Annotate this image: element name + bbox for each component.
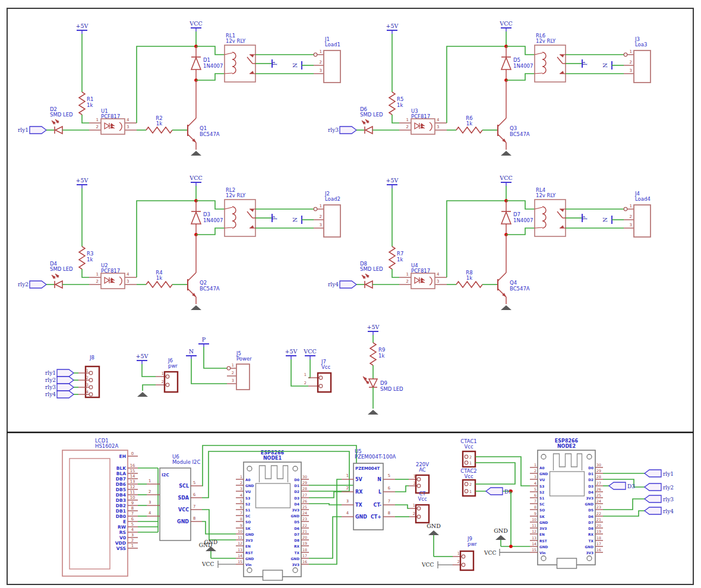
pad	[417, 478, 421, 481]
pin-number: 12	[130, 485, 135, 489]
pin-number: 7	[193, 504, 195, 509]
pin-number: 24	[302, 511, 307, 515]
pin-number: 2	[630, 60, 632, 65]
ac-ct-connectors: 12220VAC12CTVcc	[395, 461, 429, 523]
pin-number: 5	[388, 473, 390, 478]
pin-number: 4	[86, 390, 89, 394]
pin-number: 4	[346, 511, 349, 516]
pin-number: 3	[630, 223, 632, 227]
pin-name: RST	[539, 539, 547, 543]
pin-name: SK	[245, 527, 251, 530]
pin-name: RS	[119, 530, 126, 535]
gnd-label: GND	[427, 523, 441, 529]
pin-number: 2	[96, 279, 99, 284]
diode-ref: D1	[203, 57, 210, 63]
pin-number: 1	[413, 474, 416, 479]
resistor-ref: R1	[87, 96, 93, 102]
pin-name: SK	[539, 515, 545, 519]
diode-value: 1N4007	[203, 63, 223, 69]
pin-number: 10	[130, 495, 135, 500]
pin-name: GND	[291, 557, 300, 561]
connector-j6: +5V12J6pwr	[136, 353, 178, 397]
opto-transistor-icon	[430, 277, 432, 285]
pin-name: GND	[539, 472, 548, 476]
esp8266-node1: ESP8266NODE11A030D02GND29D13VU28D24S327D…	[236, 450, 309, 580]
pin-number: 1	[149, 479, 151, 483]
wire	[392, 115, 399, 123]
wire	[475, 463, 515, 484]
supply-label: VCC	[189, 20, 202, 27]
wire	[143, 385, 156, 391]
supply-label: P	[202, 336, 206, 343]
net-tag-label: rly3	[45, 384, 56, 390]
pad	[624, 53, 627, 56]
pin-name: S2	[539, 491, 544, 494]
wire	[603, 511, 645, 516]
pin-number: 29	[596, 469, 601, 473]
net-tag-icon	[645, 495, 661, 502]
connector-value: AC	[419, 467, 426, 473]
wire	[204, 347, 227, 368]
pin-name: DB1	[116, 508, 126, 514]
net-tag-icon	[57, 377, 74, 384]
connector-value: pwr	[168, 363, 178, 369]
pin-number: 24	[596, 499, 601, 503]
pin-name: VSS	[116, 546, 126, 551]
pin-number: 23	[596, 505, 601, 509]
pin-number: 25	[302, 505, 307, 509]
pin-name: GND	[585, 502, 594, 506]
pin-name: GND	[291, 514, 300, 518]
pin-number: 28	[596, 475, 601, 479]
transistor-value: BC547A	[200, 131, 220, 137]
supply-label: P	[271, 61, 278, 65]
pin-name: TX	[295, 551, 300, 555]
pad	[462, 555, 465, 558]
pin	[557, 211, 563, 218]
pin-name: D2	[294, 490, 299, 494]
module-value: PZEM004T-100A	[355, 454, 396, 460]
pin-name: EN	[245, 545, 251, 548]
pin-name: DB7	[116, 476, 126, 482]
pin-name: 3V3	[292, 563, 299, 567]
pin-number: 4	[240, 493, 242, 497]
pin-name: VDD	[115, 540, 126, 546]
net-tag-label: rly2	[18, 282, 29, 287]
pin	[225, 53, 232, 55]
resistor-value: 1k	[156, 275, 162, 281]
pin-name: S3	[539, 485, 544, 488]
diode-ref: D5	[513, 57, 520, 63]
pin-name: V0	[119, 535, 126, 540]
pin-name: BLA	[116, 471, 126, 476]
pin-number: 1	[406, 118, 409, 122]
pin-number: 6	[193, 492, 195, 497]
diode-value: 1N4007	[513, 63, 533, 69]
supply-label: +5V	[136, 353, 149, 359]
pin-number: 11	[532, 523, 536, 527]
connector-j7: +5VVCC12J7Vcc	[285, 348, 331, 392]
net-tag-label: rly3	[328, 127, 339, 133]
pin-name: D2	[588, 478, 593, 482]
module-outline	[160, 468, 191, 540]
diode-icon	[191, 58, 201, 69]
transistor-value: BC547A	[510, 286, 530, 292]
connector-value: Vcc	[418, 496, 427, 502]
connector-value: Vcc	[464, 444, 473, 450]
pin-number: 12	[238, 541, 242, 545]
j9-power: GNDVCC12J9pwr	[421, 523, 477, 570]
pin-number: 16	[596, 548, 601, 552]
pin-number: 11	[130, 490, 135, 495]
pin-number: 3	[86, 382, 89, 387]
pin-name: N	[377, 477, 381, 482]
pin-number: 2	[86, 375, 89, 380]
transistor-value: BC547A	[200, 286, 220, 292]
pin-number: 7	[388, 499, 390, 504]
relay-outline	[225, 45, 255, 82]
pin-number: 7	[240, 511, 242, 515]
pin-number: 1	[630, 49, 632, 54]
pin-name: VU	[245, 490, 251, 494]
pin-number: 14	[238, 554, 242, 558]
relay-coil-icon	[542, 52, 546, 74]
pin-number: 5	[193, 480, 195, 485]
esp8266-node2: ESP8266NODE21A030D02GND29D13VU28D24S327D…	[530, 438, 603, 568]
relay-circuit-rly2: rly2D4SMD LED+5VR31k1243U2PCF817R41kQ2BC…	[18, 175, 340, 310]
